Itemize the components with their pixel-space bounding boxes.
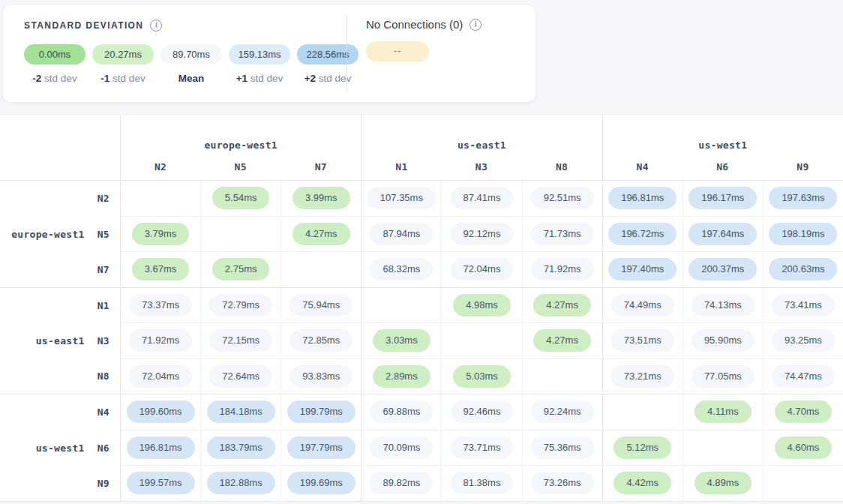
latency-pill[interactable]: 196.81ms	[127, 436, 195, 459]
legend-stop: 89.70msMean	[160, 44, 222, 84]
latency-pill[interactable]: 87.94ms	[370, 223, 433, 245]
latency-pill[interactable]: 199.60ms	[127, 400, 195, 423]
latency-pill[interactable]: 4.98ms	[453, 294, 511, 316]
latency-cell: 75.94ms	[280, 288, 361, 324]
legend-stop-pill: 89.70ms	[160, 44, 222, 64]
latency-pill[interactable]: 199.57ms	[127, 472, 195, 494]
latency-pill[interactable]: 72.64ms	[209, 365, 272, 388]
latency-pill[interactable]: 92.24ms	[531, 400, 594, 423]
latency-pill[interactable]: 4.27ms	[533, 329, 591, 352]
latency-pill[interactable]: 4.89ms	[694, 472, 752, 494]
info-icon[interactable]: i	[470, 19, 482, 31]
latency-pill[interactable]: 199.79ms	[287, 400, 356, 423]
latency-pill[interactable]: 3.03ms	[373, 329, 430, 352]
latency-pill[interactable]: 93.83ms	[290, 365, 352, 388]
latency-pill[interactable]: 70.09ms	[370, 436, 433, 459]
latency-pill[interactable]: 74.47ms	[772, 365, 835, 388]
latency-cell: 196.72ms	[602, 217, 682, 253]
latency-pill[interactable]: 107.35ms	[368, 187, 436, 209]
latency-pill[interactable]: 71.73ms	[531, 223, 594, 245]
latency-cell: 81.38ms	[441, 466, 521, 502]
latency-pill[interactable]: 196.81ms	[608, 187, 676, 209]
latency-pill[interactable]: 2.75ms	[212, 258, 270, 280]
legend-stop-label: Mean	[178, 73, 205, 84]
latency-pill[interactable]: 197.63ms	[769, 187, 837, 209]
latency-cell: 89.82ms	[361, 466, 441, 502]
latency-pill[interactable]: 4.27ms	[533, 294, 591, 316]
latency-cell: 71.92ms	[522, 252, 602, 288]
legend-stop: 0.00ms-2 std dev	[24, 44, 86, 84]
latency-pill[interactable]: 77.05ms	[692, 365, 754, 388]
latency-pill[interactable]: 73.51ms	[611, 329, 674, 352]
latency-pill[interactable]: 196.17ms	[688, 187, 757, 209]
latency-pill[interactable]: 92.46ms	[451, 400, 514, 423]
latency-pill[interactable]: 3.67ms	[132, 258, 190, 280]
latency-cell: 72.85ms	[280, 323, 361, 359]
latency-pill[interactable]: 4.11ms	[694, 400, 752, 423]
latency-pill[interactable]: 75.36ms	[531, 436, 594, 459]
self-cell	[361, 288, 441, 324]
latency-pill[interactable]: 68.32ms	[370, 258, 433, 280]
latency-pill[interactable]: 4.42ms	[614, 472, 671, 494]
legend-stop-pill: 0.00ms	[24, 44, 86, 64]
latency-pill[interactable]: 69.88ms	[370, 400, 433, 423]
latency-pill[interactable]: 92.12ms	[451, 223, 514, 245]
latency-pill[interactable]: 72.79ms	[209, 294, 272, 316]
latency-pill[interactable]: 74.13ms	[692, 294, 754, 316]
latency-pill[interactable]: 4.27ms	[292, 223, 350, 245]
latency-pill[interactable]: 72.04ms	[129, 365, 192, 388]
latency-pill[interactable]: 75.94ms	[290, 294, 352, 316]
latency-pill[interactable]: 3.79ms	[132, 223, 190, 245]
latency-pill[interactable]: 73.21ms	[611, 365, 674, 388]
latency-pill[interactable]: 72.15ms	[209, 329, 272, 352]
latency-pill[interactable]: 71.92ms	[531, 258, 594, 280]
latency-pill[interactable]: 73.41ms	[772, 294, 835, 316]
latency-pill[interactable]: 5.03ms	[453, 365, 511, 388]
latency-cell: 95.90ms	[682, 323, 763, 359]
info-icon[interactable]: i	[150, 20, 162, 32]
latency-cell: 77.05ms	[682, 359, 763, 395]
latency-pill[interactable]: 198.19ms	[769, 223, 837, 245]
latency-pill[interactable]: 199.69ms	[287, 472, 356, 494]
latency-pill[interactable]: 196.72ms	[608, 223, 676, 245]
latency-pill[interactable]: 73.37ms	[129, 294, 192, 316]
column-node-header: N9	[763, 154, 843, 181]
self-cell	[602, 394, 682, 430]
latency-pill[interactable]: 182.88ms	[207, 472, 275, 494]
column-node-header: N6	[682, 154, 763, 181]
latency-pill[interactable]: 200.37ms	[688, 258, 757, 280]
latency-pill[interactable]: 87.41ms	[451, 187, 514, 209]
latency-pill[interactable]: 184.18ms	[207, 400, 275, 423]
latency-pill[interactable]: 200.63ms	[769, 258, 837, 280]
latency-pill[interactable]: 73.26ms	[531, 472, 594, 494]
latency-pill[interactable]: 93.25ms	[772, 329, 835, 352]
latency-pill[interactable]: 197.64ms	[688, 223, 757, 245]
latency-pill[interactable]: 74.49ms	[611, 294, 674, 316]
latency-pill[interactable]: 71.92ms	[129, 329, 192, 352]
latency-pill[interactable]: 89.82ms	[370, 472, 433, 494]
latency-cell: 92.24ms	[522, 394, 602, 430]
latency-pill[interactable]: 2.89ms	[373, 365, 430, 388]
latency-cell: 72.04ms	[120, 359, 200, 395]
latency-pill[interactable]: 72.85ms	[290, 329, 352, 352]
latency-pill[interactable]: 4.60ms	[775, 436, 832, 459]
latency-pill[interactable]: 5.54ms	[212, 187, 270, 209]
latency-pill[interactable]: 5.12ms	[614, 436, 671, 459]
latency-pill[interactable]: 3.99ms	[292, 187, 350, 209]
latency-pill[interactable]: 183.79ms	[207, 436, 275, 459]
latency-pill[interactable]: 73.71ms	[451, 436, 514, 459]
row-node-label: N1	[98, 300, 110, 311]
latency-pill[interactable]: 72.04ms	[451, 258, 514, 280]
column-node-header: N1	[361, 154, 441, 181]
latency-pill[interactable]: 197.79ms	[287, 436, 356, 459]
latency-pill[interactable]: 81.38ms	[451, 472, 514, 494]
legend-stop: 159.13ms+1 std dev	[229, 44, 290, 84]
latency-pill[interactable]: 4.70ms	[775, 400, 832, 423]
latency-pill[interactable]: 95.90ms	[692, 329, 754, 352]
latency-pill[interactable]: 92.51ms	[531, 187, 594, 209]
row-label: N4	[0, 394, 120, 430]
latency-cell: 71.92ms	[120, 323, 200, 359]
latency-matrix-page: STANDARD DEVIATION i 0.00ms-2 std dev20.…	[0, 5, 843, 504]
latency-cell: 92.46ms	[441, 394, 521, 430]
latency-pill[interactable]: 197.40ms	[608, 258, 676, 280]
